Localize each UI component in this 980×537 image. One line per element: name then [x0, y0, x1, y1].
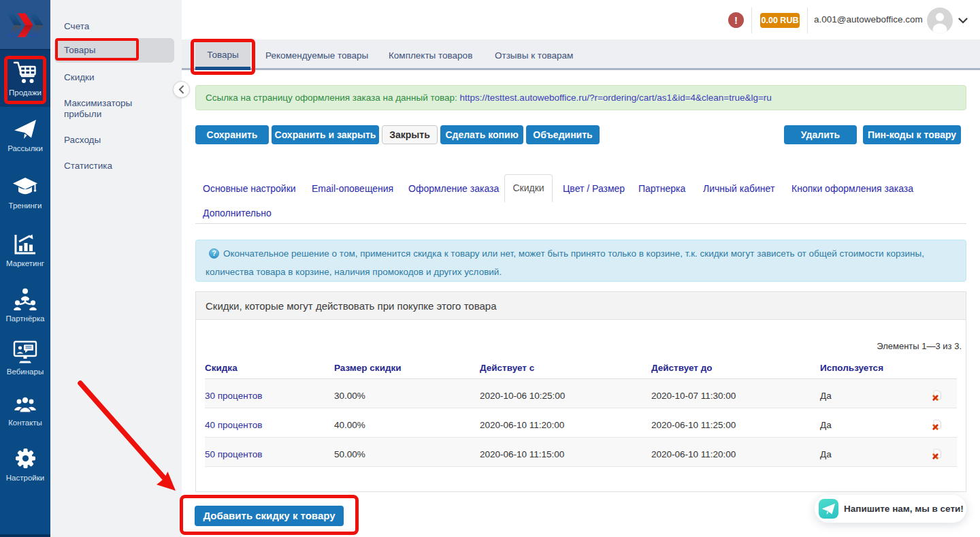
svg-text:?: ? — [212, 250, 216, 257]
